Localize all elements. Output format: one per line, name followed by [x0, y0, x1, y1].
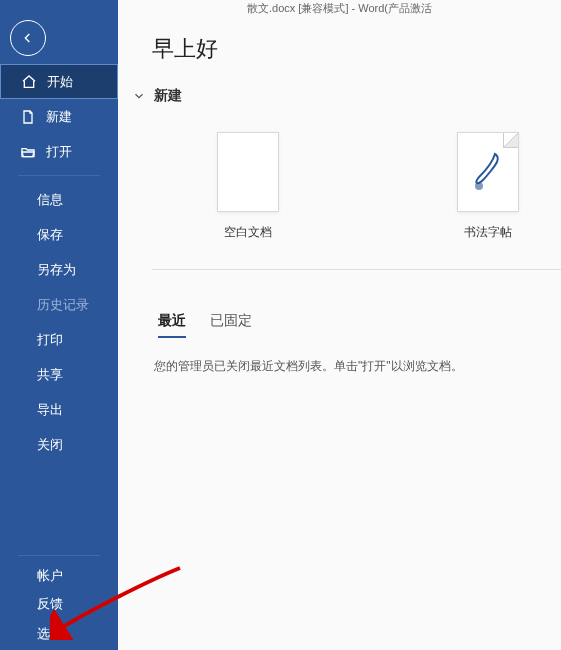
svg-point-0: [475, 182, 483, 190]
sidebar-item-home[interactable]: 开始: [0, 64, 118, 99]
main-panel: 散文.docx [兼容模式] - Word(产品激活 早上好 新建 空白文档 书…: [118, 0, 561, 650]
sidebar-item-print[interactable]: 打印: [0, 322, 118, 357]
window-title: 散文.docx [兼容模式] - Word(产品激活: [118, 0, 561, 16]
sidebar-item-open[interactable]: 打开: [0, 134, 118, 169]
recent-empty-message: 您的管理员已关闭最近文档列表。单击"打开"以浏览文档。: [154, 358, 561, 375]
sidebar-item-label: 共享: [37, 366, 63, 384]
sidebar-item-label: 打开: [46, 143, 72, 161]
sidebar-item-share[interactable]: 共享: [0, 357, 118, 392]
template-caption: 书法字帖: [464, 224, 512, 241]
chevron-down-icon: [132, 89, 146, 103]
sidebar-item-label: 信息: [37, 191, 63, 209]
sidebar-item-info[interactable]: 信息: [0, 182, 118, 217]
sidebar-item-label: 关闭: [37, 436, 63, 454]
sidebar-item-feedback[interactable]: 反馈: [0, 590, 118, 618]
sidebar-divider: [18, 555, 100, 556]
sidebar-item-new[interactable]: 新建: [0, 99, 118, 134]
sidebar-item-label: 另存为: [37, 261, 76, 279]
template-thumb-blank: [217, 132, 279, 212]
template-blank-document[interactable]: 空白文档: [198, 132, 298, 241]
page-icon: [20, 109, 36, 125]
template-calligraphy[interactable]: 书法字帖: [438, 132, 538, 241]
sidebar-item-options[interactable]: 选项: [0, 618, 118, 650]
home-icon: [21, 74, 37, 90]
sidebar-item-close[interactable]: 关闭: [0, 427, 118, 462]
template-caption: 空白文档: [224, 224, 272, 241]
sidebar-item-account[interactable]: 帐户: [0, 562, 118, 590]
sidebar-item-label: 保存: [37, 226, 63, 244]
sidebar-item-history: 历史记录: [0, 287, 118, 322]
sidebar-item-label: 帐户: [37, 567, 63, 585]
sidebar-item-label: 选项: [37, 625, 63, 643]
template-thumb-calligraphy: [457, 132, 519, 212]
sidebar-item-label: 开始: [47, 73, 73, 91]
sidebar-item-label: 新建: [46, 108, 72, 126]
tab-recent[interactable]: 最近: [158, 312, 186, 338]
back-arrow-icon: [20, 30, 36, 46]
sidebar-divider: [18, 175, 100, 176]
recent-tabs: 最近 已固定: [158, 312, 561, 338]
section-divider: [152, 269, 561, 270]
section-new-label: 新建: [154, 87, 182, 105]
sidebar-item-label: 导出: [37, 401, 63, 419]
app-root: 开始 新建 打开 信息 保存 另存为 历史记录 打印: [0, 0, 561, 650]
tab-pinned[interactable]: 已固定: [210, 312, 252, 338]
sidebar-item-label: 打印: [37, 331, 63, 349]
greeting-heading: 早上好: [152, 34, 561, 64]
sidebar-item-label: 历史记录: [37, 296, 89, 314]
folder-open-icon: [20, 144, 36, 160]
sidebar-item-export[interactable]: 导出: [0, 392, 118, 427]
template-list: 空白文档 书法字帖: [118, 110, 561, 241]
backstage-sidebar: 开始 新建 打开 信息 保存 另存为 历史记录 打印: [0, 0, 118, 650]
section-new-header[interactable]: 新建: [118, 82, 561, 110]
sidebar-item-saveas[interactable]: 另存为: [0, 252, 118, 287]
back-button[interactable]: [10, 20, 46, 56]
sidebar-item-save[interactable]: 保存: [0, 217, 118, 252]
sidebar-item-label: 反馈: [37, 595, 63, 613]
brush-icon: [471, 148, 505, 196]
